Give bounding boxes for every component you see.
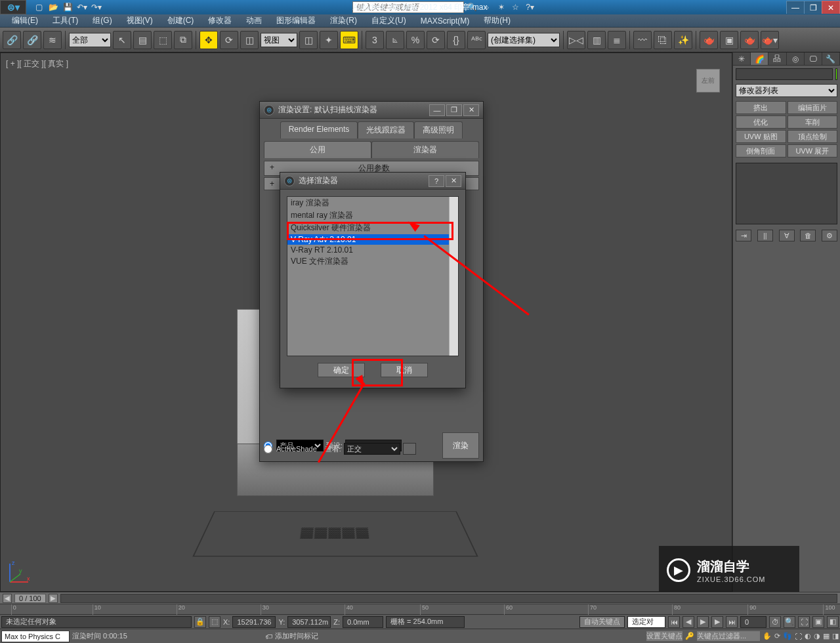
unlink-icon[interactable]: 🔗̸ (23, 31, 41, 49)
modifier-list-select[interactable]: 修改器列表 (736, 84, 837, 97)
render-dialog-titlebar[interactable]: ⊜ 渲染设置: 默认扫描线渲染器 — ❐ ✕ (260, 102, 483, 119)
lock-view-icon[interactable] (403, 443, 416, 455)
lock-selection-icon[interactable]: 🔒 (194, 616, 206, 628)
move-icon[interactable]: ✥ (200, 31, 218, 49)
nav-zoom-icon[interactable]: 🔍 (784, 616, 795, 628)
mod-extrude[interactable]: 挤出 (736, 101, 786, 114)
play-prev-icon[interactable]: ◀ (682, 616, 694, 628)
list-item-selected[interactable]: V-Ray Adv 2.10.01 (287, 234, 458, 245)
play-icon[interactable]: ▶ (697, 616, 709, 628)
add-time-tag[interactable]: 添加时间标记 (275, 631, 367, 641)
menu-animation[interactable]: 动画 (240, 14, 268, 28)
percent-snap-icon[interactable]: % (406, 31, 425, 49)
dialog-maximize-button[interactable]: ❐ (446, 104, 462, 116)
list-item[interactable]: Quicksilver 硬件渲染器 (287, 222, 458, 234)
show-end-icon[interactable]: || (757, 230, 773, 241)
tab-render-elements[interactable]: Render Elements (280, 121, 358, 138)
selection-filter-select[interactable]: 全部 (69, 33, 111, 47)
render-setup-icon[interactable]: 🫖 (700, 31, 718, 49)
redo-icon[interactable]: ↷▾ (91, 1, 102, 13)
xref-icon[interactable]: ᴬᴮᶜ (467, 31, 486, 49)
menu-modifiers[interactable]: 修改器 (201, 14, 238, 28)
menu-rendering[interactable]: 渲染(R) (324, 14, 364, 28)
make-unique-icon[interactable]: ∀ (779, 230, 795, 241)
menu-tools[interactable]: 工具(T) (46, 14, 85, 28)
maximize-button[interactable]: ❐ (804, 1, 822, 14)
exchange-icon[interactable]: ✶ (495, 1, 507, 13)
viewcube[interactable]: 左前 (696, 69, 720, 93)
tab-display-icon[interactable]: 🖵 (805, 52, 822, 65)
maxscript-listener[interactable]: Max to Physics C (1, 631, 70, 642)
mod-uvwmap[interactable]: UVW 贴图 (736, 130, 786, 143)
coord-x-field[interactable]: 15291.736 (232, 616, 276, 628)
render-target-activeshade-radio[interactable] (264, 445, 272, 453)
mirror-icon[interactable]: ▷◁ (567, 31, 585, 49)
help-icon[interactable]: ?▾ (524, 1, 536, 13)
coord-z-field[interactable]: 0.0mm (343, 616, 383, 628)
material-editor-icon[interactable]: ✨ (674, 31, 692, 49)
time-tag-icon[interactable]: 🏷 (265, 633, 272, 640)
play-end-icon[interactable]: ⏭ (726, 616, 738, 628)
open-icon[interactable]: 📂 (47, 1, 59, 13)
app-menu-icon[interactable]: ⊜▾ (0, 0, 26, 14)
keyboard-shortcut-icon[interactable]: ⌨ (340, 31, 358, 49)
nav-fov-icon[interactable]: ◧ (827, 616, 839, 628)
list-item[interactable]: mental ray 渲染器 (287, 209, 458, 222)
window-crossing-icon[interactable]: ⧉ (174, 31, 192, 49)
mod-uvwunwrap[interactable]: UVW 展开 (788, 144, 838, 157)
nav-zoomall-icon[interactable]: ⛶ (798, 616, 810, 628)
timeline-next-icon[interactable]: ▶ (49, 594, 58, 603)
nav-d-icon[interactable]: ◨ (832, 632, 839, 640)
minimize-button[interactable]: — (786, 1, 805, 14)
ok-button[interactable]: 确定 (318, 363, 365, 377)
menu-maxscript[interactable]: MAXScript(M) (414, 15, 476, 27)
ref-coord-select[interactable]: 视图 (261, 33, 297, 47)
dialog-minimize-button[interactable]: — (429, 104, 445, 116)
auto-key-button[interactable]: 自动关键点 (579, 616, 625, 628)
pivot-icon[interactable]: ◫ (299, 31, 318, 49)
set-key-button[interactable]: 设置关键点 (646, 631, 682, 641)
scrollbar[interactable] (449, 197, 458, 356)
nav-a-icon[interactable]: ◐ (805, 632, 811, 640)
mod-optimize[interactable]: 优化 (736, 115, 786, 129)
nav-c-icon[interactable]: ▦ (823, 632, 830, 640)
tab-create-icon[interactable]: ✳ (733, 52, 751, 65)
nav-b-icon[interactable]: ◑ (814, 632, 820, 640)
render-preset-icon[interactable]: 🫖▾ (761, 31, 779, 49)
key-filters-button[interactable]: 关键点过滤器... (697, 631, 760, 641)
new-icon[interactable]: ▢ (33, 1, 45, 13)
timeline-prev-icon[interactable]: ◀ (3, 594, 12, 603)
tab-common[interactable]: 公用 (264, 141, 371, 158)
layers-icon[interactable]: ≣ (608, 31, 626, 49)
mod-lathe[interactable]: 车削 (788, 115, 838, 129)
angle-snap-icon[interactable]: ⦝ (386, 31, 404, 49)
menu-help[interactable]: 帮助(H) (477, 14, 517, 28)
favorite-icon[interactable]: ☆ (510, 1, 522, 13)
timeline-current-frame[interactable]: 0 / 100 (14, 594, 46, 603)
menu-group[interactable]: 组(G) (86, 14, 118, 28)
rotate-icon[interactable]: ⟳ (220, 31, 238, 49)
play-start-icon[interactable]: ⏮ (668, 616, 680, 628)
viewport-label[interactable]: [ + ][ 正交 ][ 真实 ] (6, 58, 68, 70)
tab-renderer[interactable]: 渲染器 (371, 141, 479, 158)
frame-input[interactable]: 0 (740, 616, 766, 628)
list-item[interactable]: V-Ray RT 2.10.01 (287, 245, 458, 255)
cancel-button[interactable]: 取消 (381, 363, 428, 377)
link-icon[interactable]: 🔗 (3, 31, 21, 49)
view-select[interactable]: 正交 (344, 443, 400, 455)
object-name-input[interactable] (736, 68, 833, 80)
menu-customize[interactable]: 自定义(U) (365, 14, 413, 28)
nav-orbit-icon[interactable]: ⟳ (774, 632, 780, 640)
edit-named-sets-icon[interactable]: {} (447, 31, 465, 49)
scale-icon[interactable]: ◫ (240, 31, 259, 49)
nav-pan-icon[interactable]: ✋ (763, 632, 772, 640)
renderer-listbox[interactable]: iray 渲染器 mental ray 渲染器 Quicksilver 硬件渲染… (287, 196, 459, 356)
key-filter-select[interactable]: 选定对 (627, 616, 665, 628)
coord-y-field[interactable]: 3057.112m (287, 616, 331, 628)
tab-utilities-icon[interactable]: 🔧 (822, 52, 840, 65)
isolate-icon[interactable]: ⬚ (209, 616, 220, 628)
list-item[interactable]: VUE 文件渲染器 (287, 255, 458, 268)
nav-maxtoggle-icon[interactable]: ⛶ (795, 633, 802, 640)
select-icon[interactable]: ↖ (113, 31, 131, 49)
rendered-frame-icon[interactable]: ▣ (720, 31, 738, 49)
